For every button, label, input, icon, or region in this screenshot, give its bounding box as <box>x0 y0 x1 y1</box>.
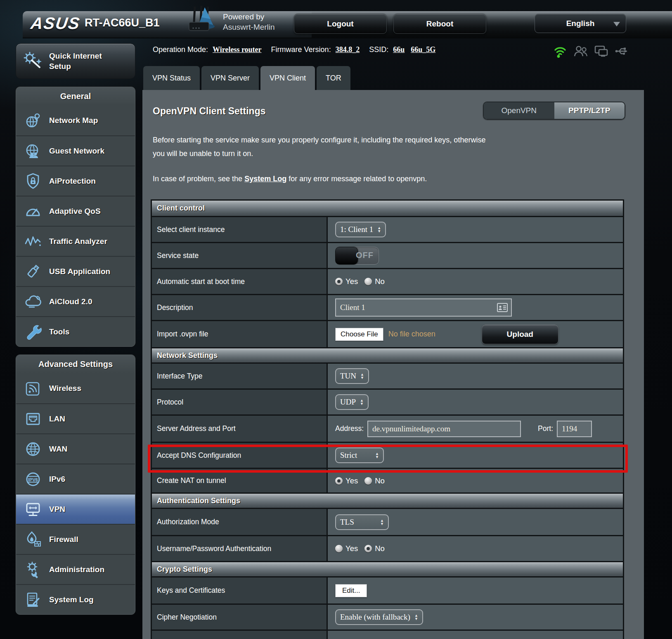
language-value: English <box>566 19 595 28</box>
create-nat-no-radio[interactable] <box>364 477 372 485</box>
shield-lock-icon <box>24 172 43 191</box>
firmware-version-link[interactable]: 384.8_2 <box>336 45 360 54</box>
accept-dns-select[interactable]: Strict <box>335 447 384 463</box>
guest-network-icon <box>24 142 43 161</box>
router-admin-page: ASUS RT-AC66U_B1 Powered by Asuswrt-Merl… <box>0 0 672 639</box>
sidebar-item-traffic-analyzer[interactable]: Traffic Analyzer <box>16 226 135 256</box>
section-authentication-settings: Authentication Settings <box>152 492 623 508</box>
select-arrows-icon <box>360 373 364 379</box>
authorization-mode-select[interactable]: TLS <box>335 514 389 530</box>
wifi-status-icon[interactable] <box>552 43 568 59</box>
sidebar-item-aiprotection[interactable]: AiProtection <box>16 166 135 196</box>
protocol-select[interactable]: UDP <box>335 394 369 410</box>
language-dropdown[interactable]: English <box>535 14 626 33</box>
ipv6-icon: IPV6 <box>24 470 43 489</box>
row-cipher-negotiation: Cipher Negotiation Enable (with fallback… <box>152 604 623 630</box>
advanced-group-title: Advanced Settings <box>16 355 135 373</box>
quick-setup-icon <box>22 50 43 73</box>
row-import-ovpn: Import .ovpn file Choose File No file ch… <box>152 320 623 347</box>
no-file-chosen-text: No file chosen <box>388 330 435 338</box>
ssid-link-5g[interactable]: 66u_5G <box>411 45 435 54</box>
sidebar-item-firewall[interactable]: Firewall <box>16 524 135 554</box>
globe-icon <box>24 440 43 459</box>
cloud-icon <box>24 292 43 311</box>
interface-type-select[interactable]: TUN <box>335 368 369 384</box>
sidebar-item-wan[interactable]: WAN <box>16 433 135 464</box>
auto-start-no-radio[interactable] <box>364 278 372 285</box>
sidebar-item-wireless[interactable]: Wireless <box>16 373 135 403</box>
sidebar-item-guest-network[interactable]: Guest Network <box>16 135 135 166</box>
sidebar-item-system-log[interactable]: System Log <box>16 584 135 614</box>
tab-vpn-status[interactable]: VPN Status <box>143 66 200 90</box>
sidebar-item-lan[interactable]: LAN <box>16 403 135 433</box>
usb-stick-icon <box>24 262 43 281</box>
sidebar-item-adaptive-qos[interactable]: Adaptive QoS <box>16 196 135 226</box>
usb-status-icon[interactable] <box>614 43 630 59</box>
sidebar-item-quick-internet-setup[interactable]: Quick Internet Setup <box>16 43 135 79</box>
row-clipped <box>152 630 623 639</box>
toggle-off-label: OFF <box>356 251 374 260</box>
reboot-button[interactable]: Reboot <box>393 14 486 34</box>
network-map-icon <box>24 111 43 130</box>
section-client-control: Client control <box>152 201 623 216</box>
server-port-input[interactable]: 1194 <box>557 421 592 437</box>
tab-vpn-client[interactable]: VPN Client <box>260 66 315 90</box>
row-interface-type: Interface Type TUN <box>152 362 623 388</box>
userpass-no-radio[interactable] <box>364 545 372 552</box>
general-group-title: General <box>16 87 135 105</box>
sidebar-item-vpn[interactable]: VPN <box>16 494 135 524</box>
sidebar-group-general: General Network Map <box>16 87 135 347</box>
logout-button[interactable]: Logout <box>294 14 387 34</box>
select-arrows-icon <box>375 452 379 459</box>
firewall-flame-icon <box>24 530 43 549</box>
row-description: Description Client 1 <box>152 294 623 320</box>
select-arrows-icon <box>414 614 418 620</box>
row-userpass-auth: Username/Password Authentication Yes No <box>152 535 623 561</box>
operation-mode-label: Operation Mode: <box>153 45 208 54</box>
server-address-input[interactable]: de.vpnunlimitedapp.com <box>367 421 521 437</box>
row-create-nat: Create NAT on tunnel Yes No <box>152 468 623 492</box>
auto-start-yes-radio[interactable] <box>335 278 343 285</box>
edit-keys-button[interactable]: Edit... <box>335 584 367 597</box>
client-instance-select[interactable]: 1: Client 1 <box>335 222 386 237</box>
ssid-link-2g[interactable]: 66u <box>393 45 405 54</box>
sidebar-item-ipv6[interactable]: IPV6 IPv6 <box>16 464 135 494</box>
row-auto-start: Automatic start at boot time Yes No <box>152 268 623 294</box>
log-document-icon <box>24 590 43 609</box>
clients-icon[interactable] <box>573 43 589 59</box>
asus-logo: ASUS <box>30 14 81 33</box>
openvpn-segment[interactable]: OpenVPN <box>484 102 554 119</box>
problem-hint-text: In case of problem, see the System Log f… <box>153 175 524 183</box>
userpass-yes-radio[interactable] <box>335 545 343 552</box>
sidebar-item-administration[interactable]: Administration <box>16 554 135 584</box>
create-nat-yes-radio[interactable] <box>335 477 343 485</box>
row-protocol: Protocol UDP <box>152 388 623 414</box>
pptp-l2tp-segment[interactable]: PPTP/L2TP <box>554 102 625 119</box>
sidebar-item-tools[interactable]: Tools <box>16 316 135 346</box>
choose-file-button[interactable]: Choose File <box>335 328 383 341</box>
system-log-link[interactable]: System Log <box>244 175 286 183</box>
operation-mode-link[interactable]: Wireless router <box>213 45 261 54</box>
service-state-toggle[interactable]: OFF <box>335 247 379 265</box>
vpn-type-toggle: OpenVPN PPTP/L2TP <box>483 102 625 120</box>
sidebar-item-aicloud[interactable]: AiCloud 2.0 <box>16 286 135 316</box>
tab-vpn-server[interactable]: VPN Server <box>201 66 259 90</box>
sidebar-item-usb-application[interactable]: USB Application <box>16 256 135 286</box>
tab-tor[interactable]: TOR <box>317 66 350 90</box>
sidebar-group-advanced: Advanced Settings Wireless <box>16 355 135 615</box>
sidebar-item-network-map[interactable]: Network Map <box>16 105 135 135</box>
upload-button[interactable]: Upload <box>482 324 558 344</box>
svg-text:IPV6: IPV6 <box>28 477 38 482</box>
status-icons <box>552 43 630 59</box>
devices-icon[interactable] <box>594 43 609 59</box>
description-input[interactable]: Client 1 <box>335 298 512 317</box>
wrench-icon <box>24 322 43 341</box>
vpn-client-panel: OpenVPN Client Settings OpenVPN PPTP/L2T… <box>142 90 644 639</box>
select-arrows-icon <box>377 226 381 233</box>
contact-card-icon <box>497 303 508 314</box>
quick-setup-label: Quick Internet Setup <box>49 51 102 71</box>
ssid-label: SSID: <box>369 45 388 54</box>
select-arrows-icon <box>360 399 364 405</box>
router-model-name: RT-AC66U_B1 <box>85 17 160 29</box>
cipher-negotiation-select[interactable]: Enable (with fallback) <box>335 609 423 625</box>
